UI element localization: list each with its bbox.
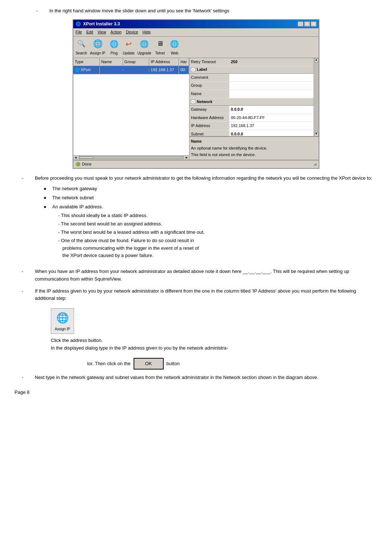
intro-dash: - [36,7,42,15]
bullet-text-1: The network gateway [52,185,97,193]
sub-dash-text-1: - This should ideally be a static IP add… [58,212,148,220]
sub-dash-3: - The worst best would be a leased addre… [58,229,377,236]
network-collapse-btn[interactable]: - [191,99,195,104]
retry-timeout-label: Retry Timeout [189,58,229,66]
maximize-button[interactable]: □ [304,21,310,26]
gateway-label: Gateway [189,106,229,114]
scroll-track-v[interactable] [314,62,319,132]
xport-icon: 🌐 [75,67,80,73]
menu-edit[interactable]: Edit [86,29,93,36]
subnet-value: 0.0.0.0 [229,130,314,136]
col-header-ip: IP Address [149,58,179,66]
scroll-right-arrow[interactable]: ► [184,155,189,160]
main-area: Type Name Group IP Address Har 🌐 XPort 1… [73,58,319,160]
scroll-left-arrow[interactable]: ◄ [73,155,78,160]
gateway-value: 0.0.0.0 [229,106,314,114]
gateway-row: Gateway 0.0.0.0 [189,106,314,114]
cell-group [123,69,150,71]
bullet-dot-1: ● [44,185,49,193]
group-label: Group [189,82,229,90]
name-row: Name [189,90,314,98]
col-header-har: Har [179,58,189,66]
para1-dash: - [22,175,28,182]
ip-address-value: 192.168.1.37 [229,122,314,130]
ping-button[interactable]: 🌐 Ping [108,38,120,56]
done-text: Done [82,161,91,168]
ip-address-row: IP Address 192.168.1.37 [189,122,314,130]
ip-address-label: IP Address [189,122,229,130]
search-button[interactable]: 🔍 Search [75,38,87,56]
dialog-text: In the displayed dialog type in the IP a… [51,344,377,352]
subnet-row: Subnet 0.0.0.0 [189,130,314,136]
vertical-scrollbar[interactable]: ▲ ▼ [314,58,319,136]
assign-ip-button[interactable]: 🌐 Assign IP [90,38,105,56]
done-icon: 🟢 [75,161,81,168]
menu-bar: File Edit View Action Device Help [73,28,319,37]
upgrade-button[interactable]: 🌐 Upgrade [138,38,151,56]
scroll-track[interactable] [79,156,184,159]
menu-help[interactable]: Help [143,29,151,36]
para4-text: Next type in the network gateway and sub… [35,374,318,381]
window-title: XPort Installer 3.3 [83,21,120,28]
sub-dash-text-3: - The worst best would be a leased addre… [58,229,205,236]
scroll-up-arrow[interactable]: ▲ [314,58,319,62]
bullet-item-ip: ● An available IP address. [44,203,377,211]
ping-icon: 🌐 [108,38,120,50]
retry-timeout-value: 250 [229,58,314,66]
web-icon: 🌐 [169,38,180,50]
menu-device[interactable]: Device [126,29,138,36]
scroll-down-arrow[interactable]: ▼ [314,132,319,136]
assign-ip-button-image[interactable]: 🌐 Assign IP [51,308,74,334]
ok-button[interactable]: OK [134,358,164,370]
bullet-item-subnet: ● The network subnet [44,194,377,202]
close-button[interactable]: X [311,21,317,26]
para3-dash: - [22,287,28,303]
upgrade-label: Upgrade [138,50,151,56]
para2: - When you have an IP address from your … [15,268,377,283]
props-scroll[interactable]: Retry Timeout 250 - Label Comment [189,58,314,136]
table-row[interactable]: 🌐 XPort 192.168.1.37 00: [73,66,189,74]
assign-ip-icon: 🌐 [92,38,103,50]
menu-view[interactable]: View [98,29,106,36]
search-icon: 🔍 [75,38,87,50]
telnet-label: Telnet [155,50,165,56]
bullet-item-gateway: ● The network gateway [44,185,377,193]
bullet-dot-3: ● [44,203,49,211]
status-bar: 🟢 Done ◢ [73,160,319,168]
update-icon: ↩ [123,38,134,50]
scroll-thumb[interactable] [79,156,94,159]
title-bar: 🌐 XPort Installer 3.3 _ □ X [73,20,319,28]
para2-text: When you have an IP address from your ne… [35,268,377,283]
label-section-header: - Label [189,66,314,74]
menu-file[interactable]: File [75,29,82,36]
update-button[interactable]: ↩ Update [123,38,134,56]
subnet-label: Subnet [189,130,229,136]
assign-ip-globe-icon: 🌐 [56,310,69,326]
para3: - If the IP address given to you by your… [15,287,377,303]
horizontal-scrollbar[interactable]: ◄ ► [73,155,189,160]
para1-text: Before proceeding you must speak to your… [35,175,372,182]
status-done: 🟢 Done [75,161,91,168]
ping-label: Ping [110,50,118,56]
page-number: Page 8 [15,389,377,396]
menu-action[interactable]: Action [110,29,122,36]
toolbar: 🔍 Search 🌐 Assign IP 🌐 Ping ↩ Update 🌐 U… [73,37,319,58]
network-section-header: - Network [189,98,314,106]
title-bar-controls: _ □ X [298,21,317,26]
minimize-button[interactable]: _ [298,21,303,26]
group-row: Group [189,82,314,90]
comment-value [229,74,314,82]
name-label: Name [189,90,229,98]
assign-ip-section: 🌐 Assign IP Click the address button. In… [15,308,377,352]
update-label: Update [123,50,134,56]
bullet-text-3: An available IP address. [52,203,103,211]
comment-label: Comment [189,74,229,82]
info-panel: Name An optional name for identifying th… [189,136,319,160]
web-button[interactable]: 🌐 Web [169,38,180,56]
telnet-button[interactable]: 🖥 Telnet [154,38,166,56]
search-label: Search [75,50,87,56]
label-collapse-btn[interactable]: - [191,68,195,72]
resize-grip: ◢ [314,161,317,167]
sub-dash-2: - The second best would be an assigned a… [58,220,377,228]
sub-dash-text-4: - One of the above must be found. Failur… [58,237,377,245]
